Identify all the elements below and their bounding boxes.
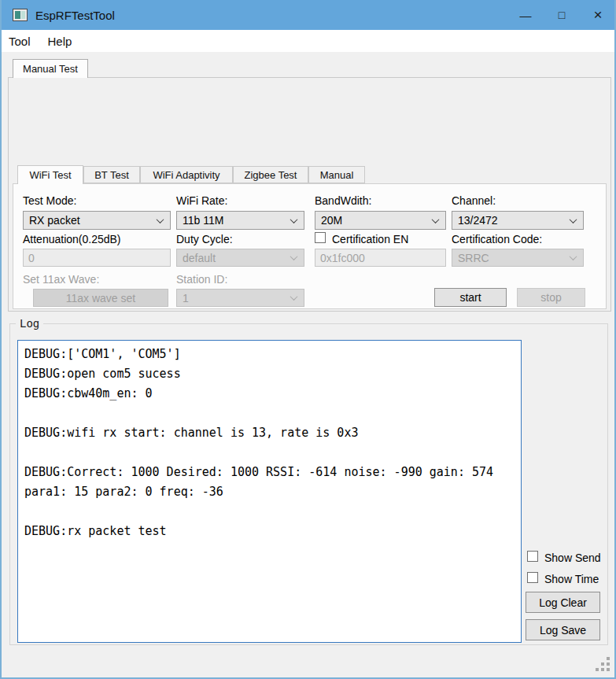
station-id-select: 1 — [176, 289, 304, 307]
certification-code-value: SRRC — [458, 252, 489, 264]
channel-label: Channel: — [452, 194, 496, 207]
chevron-down-icon — [290, 253, 298, 260]
duty-cycle-value: default — [183, 252, 216, 264]
tab-manual[interactable]: Manual — [308, 166, 365, 183]
window-controls: — □ × — [507, 0, 616, 30]
chevron-down-icon — [157, 216, 164, 223]
app-window: EspRFTestTool — □ × Tool Help Manual Tes… — [0, 0, 616, 679]
bandwidth-select[interactable]: 20M — [315, 211, 446, 230]
test-mode-select[interactable]: RX packet — [23, 211, 171, 230]
certification-code-select: SRRC — [452, 249, 584, 267]
tab-zigbee-test[interactable]: Zigbee Test — [233, 166, 308, 183]
tab-bt-test[interactable]: BT Test — [83, 166, 140, 183]
channel-value: 13/2472 — [458, 214, 498, 227]
log-group-label: Log — [16, 317, 43, 330]
log-output[interactable]: DEBUG:['COM1', 'COM5'] DEBUG:open com5 s… — [17, 340, 522, 643]
minimize-icon[interactable]: — — [507, 0, 544, 30]
chevron-down-icon — [290, 293, 298, 301]
menu-bar: Tool Help — [0, 30, 616, 52]
show-send-label: Show Send — [544, 552, 601, 564]
certification-code-label: Certification Code: — [452, 233, 542, 245]
duty-cycle-label: Duty Cycle: — [176, 233, 233, 245]
station-id-value: 1 — [183, 292, 189, 304]
attenuation-input: 0 — [23, 249, 171, 267]
show-time-label: Show Time — [544, 573, 599, 585]
menu-help[interactable]: Help — [39, 31, 81, 51]
set-11ax-wave-label: Set 11ax Wave: — [23, 273, 99, 286]
channel-select[interactable]: 13/2472 — [452, 211, 584, 230]
bandwidth-value: 20M — [321, 214, 342, 227]
tab-wifi-adaptivity[interactable]: WiFi Adaptivity — [140, 166, 233, 183]
menu-tool[interactable]: Tool — [0, 31, 39, 51]
station-id-label: Station ID: — [176, 273, 227, 286]
attenuation-label: Attenuation(0.25dB) — [23, 233, 121, 245]
wifi-rate-value: 11b 11M — [183, 214, 223, 227]
wifi-rate-label: WiFi Rate: — [176, 194, 227, 207]
chevron-down-icon — [570, 216, 577, 223]
tab-manual-test[interactable]: Manual Test — [13, 59, 88, 78]
test-mode-label: Test Mode: — [23, 194, 76, 207]
certification-en-checkbox[interactable] — [315, 232, 326, 243]
bandwidth-label: BandWdith: — [315, 194, 371, 207]
start-button[interactable]: start — [434, 288, 507, 307]
close-icon[interactable]: × — [580, 0, 616, 30]
wifi-rate-select[interactable]: 11b 11M — [176, 211, 304, 230]
maximize-icon[interactable]: □ — [544, 0, 580, 30]
chevron-down-icon — [432, 216, 440, 223]
title-bar: EspRFTestTool — □ × — [0, 0, 616, 30]
set-11ax-wave-button: 11ax wave set — [33, 289, 168, 307]
certification-en-label: Certification EN — [332, 233, 408, 245]
cert-register-input: 0x1fc000 — [315, 249, 446, 267]
tab-wifi-test[interactable]: WiFi Test — [17, 165, 83, 184]
resize-grip[interactable] — [596, 657, 610, 671]
show-send-checkbox[interactable] — [527, 551, 538, 562]
app-icon — [13, 9, 28, 21]
stop-button: stop — [517, 288, 585, 307]
show-time-checkbox[interactable] — [527, 572, 538, 583]
window-title: EspRFTestTool — [35, 9, 115, 22]
log-save-button[interactable]: Log Save — [526, 619, 600, 640]
log-clear-button[interactable]: Log Clear — [526, 592, 600, 613]
test-mode-value: RX packet — [29, 214, 80, 227]
chevron-down-icon — [570, 253, 577, 260]
duty-cycle-select: default — [176, 249, 304, 267]
chevron-down-icon — [290, 216, 298, 223]
